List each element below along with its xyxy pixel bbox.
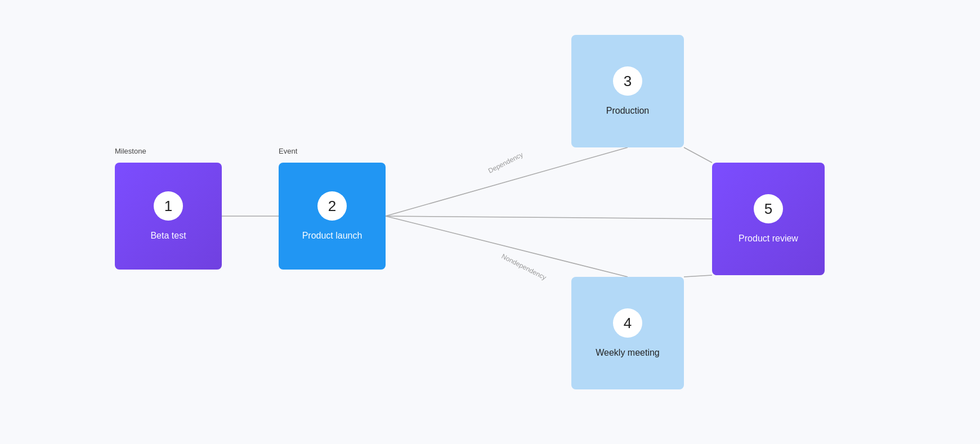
svg-line-3 bbox=[386, 216, 628, 277]
svg-line-1 bbox=[386, 147, 628, 216]
connection-label-dependency: Dependency bbox=[487, 151, 524, 175]
node-node2[interactable]: Event2Product launch bbox=[279, 163, 386, 270]
node-number-node5: 5 bbox=[754, 194, 783, 223]
node-number-node1: 1 bbox=[154, 191, 183, 221]
svg-line-5 bbox=[684, 275, 712, 277]
node-node3[interactable]: 3Production bbox=[571, 35, 684, 147]
svg-line-4 bbox=[684, 147, 712, 163]
node-number-node4: 4 bbox=[613, 308, 642, 338]
svg-line-2 bbox=[386, 216, 712, 219]
node-node5[interactable]: 5Product review bbox=[712, 163, 825, 275]
node-number-node2: 2 bbox=[317, 191, 347, 221]
diagram-canvas: DependencyNondependency Milestone1Beta t… bbox=[0, 0, 980, 444]
node-title-node3: Production bbox=[606, 106, 650, 116]
node-title-node4: Weekly meeting bbox=[596, 348, 660, 358]
node-number-node3: 3 bbox=[613, 66, 642, 96]
node-title-node2: Product launch bbox=[302, 231, 363, 241]
node-type-label-node1: Milestone bbox=[115, 147, 146, 155]
node-type-label-node2: Event bbox=[279, 147, 297, 155]
node-node1[interactable]: Milestone1Beta test bbox=[115, 163, 222, 270]
node-title-node1: Beta test bbox=[150, 231, 186, 241]
connection-label-nondependency: Nondependency bbox=[500, 252, 548, 281]
node-title-node5: Product review bbox=[739, 234, 798, 244]
node-node4[interactable]: 4Weekly meeting bbox=[571, 277, 684, 389]
